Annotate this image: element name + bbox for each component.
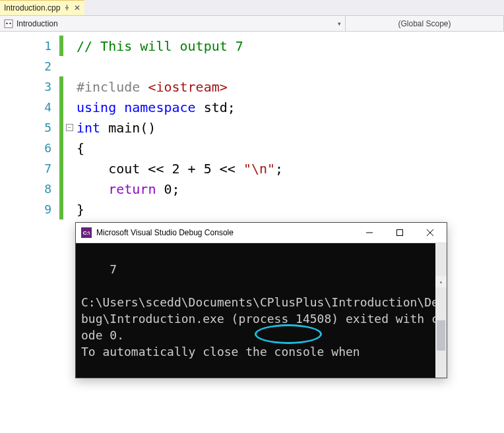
line-number: 8	[0, 179, 58, 199]
svg-rect-6	[397, 230, 403, 236]
fold-column: −	[65, 32, 74, 433]
breadcrumb-project[interactable]: Introduction ▾	[0, 16, 346, 31]
modification-marker	[59, 138, 63, 158]
modification-marker	[59, 117, 63, 138]
minimize-button[interactable]	[354, 223, 385, 243]
fold-cell	[65, 36, 74, 56]
modification-marker	[59, 36, 63, 56]
fold-cell	[65, 97, 74, 117]
breadcrumb-scope[interactable]: (Global Scope)	[346, 16, 504, 31]
line-number: 1	[0, 36, 58, 56]
code-line[interactable]: using namespace std;	[77, 97, 504, 117]
tab-filename: Introduction.cpp	[4, 3, 60, 13]
modification-marker	[59, 158, 63, 179]
breadcrumb-project-label: Introduction	[16, 19, 58, 28]
code-line[interactable]: cout << 2 + 5 << "\n";	[77, 158, 504, 179]
fold-cell	[65, 56, 74, 76]
fold-toggle[interactable]: −	[66, 124, 73, 131]
fold-cell	[65, 138, 74, 158]
line-number: 2	[0, 56, 58, 76]
breadcrumb-scope-label: (Global Scope)	[398, 19, 451, 28]
scroll-up-button[interactable]: ▴	[435, 276, 447, 287]
line-number-gutter: 123456789	[0, 32, 58, 433]
svg-rect-0	[5, 20, 13, 28]
fold-cell	[65, 199, 74, 219]
line-number: 5	[0, 117, 58, 138]
modification-marker	[59, 97, 63, 117]
fold-cell	[65, 179, 74, 199]
close-icon[interactable]: ✕	[74, 3, 80, 13]
close-button[interactable]	[415, 223, 445, 243]
tab-bar: Introduction.cpp ✕	[0, 0, 504, 16]
code-line[interactable]: {	[77, 138, 504, 158]
line-number: 3	[0, 76, 58, 97]
code-line[interactable]: int main()	[77, 117, 504, 138]
line-number: 6	[0, 138, 58, 158]
file-tab[interactable]: Introduction.cpp ✕	[0, 0, 84, 15]
maximize-button[interactable]	[385, 223, 415, 243]
code-line[interactable]	[77, 56, 504, 76]
pin-icon[interactable]	[64, 5, 70, 12]
breadcrumb-bar: Introduction ▾ (Global Scope)	[0, 16, 504, 32]
fold-cell	[65, 158, 74, 179]
chevron-down-icon[interactable]: ▾	[338, 20, 341, 27]
line-number: 9	[0, 199, 58, 219]
code-line[interactable]: // This will output 7	[77, 36, 504, 56]
code-line[interactable]: return 0;	[77, 179, 504, 199]
console-scrollbar[interactable]: ▴ ▾	[435, 243, 447, 378]
code-line[interactable]: }	[77, 199, 504, 219]
console-title-text: Microsoft Visual Studio Debug Console	[96, 228, 354, 237]
console-app-icon: C:\	[81, 227, 92, 238]
scroll-thumb[interactable]	[437, 320, 445, 351]
svg-rect-2	[7, 22, 7, 24]
fold-cell	[65, 76, 74, 97]
cpp-file-icon	[4, 19, 13, 28]
svg-rect-4	[10, 22, 11, 24]
console-output[interactable]: 7 C:\Users\scedd\Documents\CPlusPlus\Int…	[76, 243, 447, 378]
line-number: 7	[0, 158, 58, 179]
line-number: 4	[0, 97, 58, 117]
debug-console-window: C:\ Microsoft Visual Studio Debug Consol…	[75, 222, 447, 378]
modification-marker	[59, 199, 63, 219]
modification-bar	[58, 32, 65, 433]
fold-cell: −	[65, 117, 74, 138]
modification-marker	[59, 56, 63, 76]
modification-marker	[59, 76, 63, 97]
code-line[interactable]: #include <iostream>	[77, 76, 504, 97]
modification-marker	[59, 179, 63, 199]
scroll-track[interactable]	[435, 320, 447, 378]
console-titlebar[interactable]: C:\ Microsoft Visual Studio Debug Consol…	[76, 223, 447, 243]
console-text: 7 C:\Users\scedd\Documents\CPlusPlus\Int…	[81, 262, 439, 359]
annotation-oval	[255, 324, 322, 344]
